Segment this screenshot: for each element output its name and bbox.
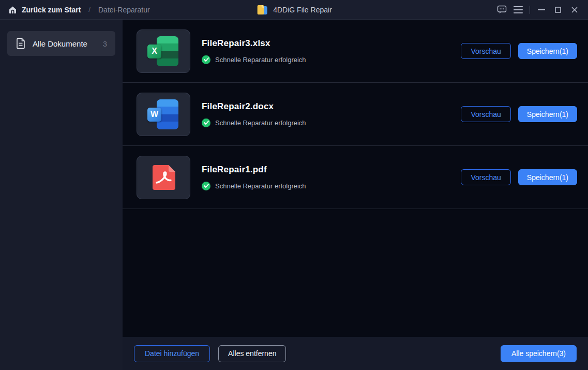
back-to-start-button[interactable]: Zurück zum Start bbox=[8, 6, 81, 14]
document-icon bbox=[16, 38, 26, 49]
file-row-pdf: FileRepair1.pdf Schnelle Reparatur erfol… bbox=[123, 146, 588, 209]
file-row-docx: W FileRepair2.docx Schnelle Reparatur er… bbox=[123, 83, 588, 146]
file-name: FileRepair1.pdf bbox=[202, 165, 306, 175]
file-row-xlsx: X FileRepair3.xlsx Schnelle Reparatur er… bbox=[123, 20, 588, 83]
save-button[interactable]: Speichern(1) bbox=[518, 43, 577, 59]
pdf-file-icon bbox=[137, 156, 190, 199]
file-name: FileRepair3.xlsx bbox=[202, 38, 306, 49]
preview-button[interactable]: Vorschau bbox=[461, 106, 510, 122]
app-window: Zurück zum Start / Datei-Reparatur 4DDiG… bbox=[0, 0, 588, 370]
save-all-button[interactable]: Alle speichern(3) bbox=[501, 345, 577, 362]
feedback-chat-button[interactable] bbox=[493, 0, 510, 20]
repair-status: Schnelle Reparatur erfolgreich bbox=[215, 182, 306, 190]
maximize-button[interactable] bbox=[550, 0, 566, 20]
repair-status: Schnelle Reparatur erfolgreich bbox=[215, 56, 306, 64]
empty-area bbox=[123, 209, 588, 337]
file-name: FileRepair2.docx bbox=[202, 101, 306, 112]
save-button[interactable]: Speichern(1) bbox=[518, 106, 577, 122]
word-file-icon: W bbox=[137, 93, 190, 136]
bottom-action-bar: Datei hinzufügen Alles entfernen Alle sp… bbox=[123, 337, 588, 370]
breadcrumb-separator: / bbox=[88, 6, 91, 13]
success-check-icon bbox=[202, 55, 210, 64]
menu-button[interactable] bbox=[510, 0, 526, 20]
sidebar-item-all-documents[interactable]: Alle Dokumente 3 bbox=[7, 31, 115, 56]
home-icon bbox=[8, 6, 17, 14]
success-check-icon bbox=[202, 182, 210, 190]
titlebar-divider bbox=[530, 6, 530, 14]
app-title-group: 4DDiG File Repair bbox=[256, 4, 332, 16]
preview-button[interactable]: Vorschau bbox=[461, 43, 510, 59]
close-button[interactable] bbox=[566, 0, 583, 20]
remove-all-button[interactable]: Alles entfernen bbox=[218, 345, 286, 362]
excel-file-icon: X bbox=[137, 29, 190, 73]
add-file-button[interactable]: Datei hinzufügen bbox=[134, 345, 210, 362]
app-title: 4DDiG File Repair bbox=[273, 6, 332, 14]
sidebar: Alle Dokumente 3 bbox=[0, 20, 123, 370]
minimize-button[interactable] bbox=[533, 0, 550, 20]
sidebar-item-count: 3 bbox=[103, 39, 107, 48]
preview-button[interactable]: Vorschau bbox=[461, 169, 510, 185]
save-button[interactable]: Speichern(1) bbox=[518, 169, 577, 185]
back-label: Zurück zum Start bbox=[22, 6, 81, 14]
success-check-icon bbox=[202, 119, 210, 127]
breadcrumb-current: Datei-Reparatur bbox=[98, 6, 150, 14]
app-logo-icon bbox=[256, 4, 268, 16]
sidebar-item-label: Alle Dokumente bbox=[33, 39, 87, 48]
titlebar: Zurück zum Start / Datei-Reparatur 4DDiG… bbox=[0, 0, 588, 20]
repair-status: Schnelle Reparatur erfolgreich bbox=[215, 119, 306, 127]
file-list: X FileRepair3.xlsx Schnelle Reparatur er… bbox=[123, 20, 588, 370]
